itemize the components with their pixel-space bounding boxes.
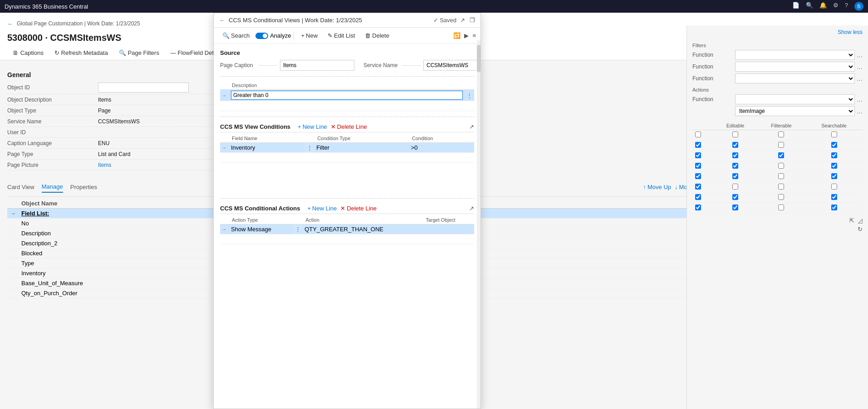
col3-checkbox-7[interactable] <box>831 204 837 210</box>
col2-checkbox-1[interactable] <box>778 142 784 148</box>
rp-filter-row-2: Function … <box>692 73 863 83</box>
move-up-button[interactable]: ↑ Move Up <box>643 184 671 190</box>
vc-condition-header: Condition <box>409 134 474 143</box>
tab-refresh-metadata[interactable]: ↻ Refresh Metadata <box>49 47 113 60</box>
more-icon[interactable]: ≡ <box>472 32 476 39</box>
search-icon[interactable]: 🔍 <box>806 2 813 11</box>
col1-checkbox-2[interactable] <box>732 152 738 158</box>
col1-checkbox-3[interactable] <box>732 163 738 169</box>
col2-checkbox-7[interactable] <box>778 204 784 210</box>
row-checkbox-5[interactable] <box>695 184 701 190</box>
tab-manage[interactable]: Manage <box>42 181 63 193</box>
user-icon[interactable]: B <box>854 2 863 11</box>
col3-checkbox-4[interactable] <box>831 173 837 179</box>
rp-filter-select-1[interactable] <box>735 62 855 72</box>
back-button[interactable]: ← <box>7 20 13 27</box>
page-caption-input[interactable] <box>280 60 354 71</box>
filterable-header: Filterable <box>757 122 805 130</box>
row-checkbox-7[interactable] <box>695 204 701 210</box>
col1-checkbox-6[interactable] <box>732 194 738 200</box>
tab-card-view[interactable]: Card View <box>7 182 34 192</box>
field-page-picture: Page Picture Items <box>7 160 221 170</box>
service-name-input[interactable] <box>423 60 481 71</box>
vc-expand-icon[interactable]: ↗ <box>469 123 474 130</box>
service-name-label: Service Name <box>363 62 400 68</box>
col2-checkbox-6[interactable] <box>778 194 784 200</box>
description-row-1[interactable]: → ⋮ <box>220 90 474 101</box>
col1-checkbox-0[interactable] <box>732 131 738 137</box>
tab-properties[interactable]: Properties <box>70 182 97 192</box>
col2-checkbox-5[interactable] <box>778 184 784 190</box>
app-title: Dynamics 365 Business Central <box>5 3 88 10</box>
vc-fieldname-header: Field Name <box>229 134 305 143</box>
expand-icon[interactable]: ⇱ <box>849 217 854 224</box>
field-object-description: Object Description Items <box>7 94 221 105</box>
col2-checkbox-3[interactable] <box>778 163 784 169</box>
row-checkbox-4[interactable] <box>695 173 701 179</box>
col3-checkbox-1[interactable] <box>831 142 837 148</box>
col3-checkbox-5[interactable] <box>831 184 837 190</box>
delete-button[interactable]: 🗑 Delete <box>361 30 393 41</box>
row-checkbox-1[interactable] <box>695 142 701 148</box>
new-button[interactable]: + New <box>297 30 322 41</box>
share-icon[interactable]: 🔁 <box>453 32 461 39</box>
right-panel-header: Show less <box>687 25 868 39</box>
modal-scrollbar[interactable] <box>477 40 481 409</box>
modal-fullscreen-icon[interactable]: ❐ <box>470 17 475 24</box>
col3-checkbox-0[interactable] <box>831 131 837 137</box>
cv-arrow-2 <box>7 229 19 239</box>
col1-checkbox-1[interactable] <box>732 142 738 148</box>
cv-arrow-0: → <box>7 209 19 219</box>
modal-scrollbar-thumb[interactable] <box>477 45 481 72</box>
tab-captions[interactable]: 🗎 Captions <box>7 47 49 60</box>
col2-checkbox-4[interactable] <box>778 173 784 179</box>
col3-checkbox-3[interactable] <box>831 163 837 169</box>
row-checkbox-3[interactable] <box>695 163 701 169</box>
col1-checkbox-5[interactable] <box>732 184 738 190</box>
col3-checkbox-6[interactable] <box>831 194 837 200</box>
cv-arrow-3 <box>7 239 19 248</box>
tab-page-filters[interactable]: 🔍 Page Filters <box>113 47 165 60</box>
ca-expand-icon[interactable]: ↗ <box>469 205 474 212</box>
ca-row-1[interactable]: → Show Message ⋮ QTY_GREATER_THAN_ONE <box>220 224 474 234</box>
rp-filter-dots-2[interactable]: … <box>857 75 863 82</box>
rp-filter-dots-1[interactable]: … <box>857 63 863 70</box>
vc-delete-line-button[interactable]: ✕ Delete Line <box>331 123 367 130</box>
show-less-link[interactable]: Show less <box>838 29 863 35</box>
rp-action-select-2[interactable]: ItemImage <box>735 106 855 116</box>
rp-filter-select-0[interactable] <box>735 50 855 60</box>
col1-checkbox-7[interactable] <box>732 204 738 210</box>
fullscreen-icon[interactable]: ◿ <box>858 217 863 224</box>
filter-icon[interactable]: ▶ <box>464 32 469 39</box>
search-button[interactable]: 🔍 Search <box>218 30 254 41</box>
col2-checkbox-0[interactable] <box>778 131 784 137</box>
row-checkbox-6[interactable] <box>695 194 701 200</box>
description-input[interactable] <box>231 91 463 100</box>
row-checkbox-0[interactable] <box>695 131 701 137</box>
breadcrumb: Global Page Customization | Work Date: 1… <box>17 20 140 27</box>
col2-checkbox-2[interactable] <box>778 152 784 158</box>
rp-filter-select-2[interactable] <box>735 73 855 83</box>
rp-action-select-1[interactable] <box>735 94 855 104</box>
ca-new-line-button[interactable]: + New Line <box>307 205 337 212</box>
object-id-input[interactable] <box>98 83 189 93</box>
edit-list-button[interactable]: ✎ Edit List <box>324 30 359 41</box>
analyze-toggle-switch[interactable] <box>255 33 268 39</box>
rp-action-dots-2[interactable]: … <box>857 108 863 115</box>
modal-back-button[interactable]: ← <box>219 17 225 24</box>
ca-delete-line-button[interactable]: ✕ Delete Line <box>340 205 377 212</box>
help-icon[interactable]: ? <box>845 2 848 11</box>
vc-new-line-button[interactable]: + New Line <box>298 123 327 130</box>
refresh-icon[interactable]: ↻ <box>858 226 863 233</box>
doc-icon[interactable]: 📄 <box>792 2 799 11</box>
vc-row-1[interactable]: → Inventory ⋮ Filter >0 <box>220 143 474 153</box>
gear-icon[interactable]: ⚙ <box>833 2 839 11</box>
row-checkbox-2[interactable] <box>695 152 701 158</box>
rp-expand-icons: ⇱ ◿ <box>692 217 863 224</box>
modal-expand-icon[interactable]: ↗ <box>460 17 465 24</box>
col1-checkbox-4[interactable] <box>732 173 738 179</box>
bell-icon[interactable]: 🔔 <box>819 2 827 11</box>
rp-action-dots-1[interactable]: … <box>857 96 863 103</box>
col3-checkbox-2[interactable] <box>831 152 837 158</box>
rp-filter-dots-0[interactable]: … <box>857 52 863 58</box>
